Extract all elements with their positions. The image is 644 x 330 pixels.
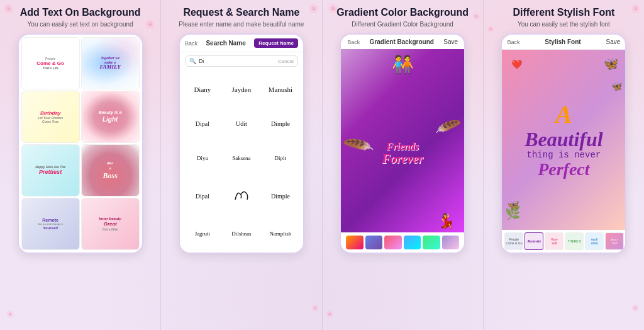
search-name-label: Search Name	[206, 40, 245, 47]
swirl-icon: 🌿	[505, 205, 521, 220]
font-thumb-2[interactable]: Remote	[525, 232, 543, 250]
name-item[interactable]: Namplish	[262, 218, 299, 250]
section-search-name: 🌸 🌸 Request & Search Name Please enter n…	[161, 0, 321, 330]
swatch-4[interactable]	[404, 236, 421, 249]
name-item[interactable]: Dimple	[262, 108, 299, 140]
name-item[interactable]: Dilshnas	[223, 218, 260, 250]
swatch-3[interactable]	[384, 236, 402, 249]
back-button[interactable]: Back	[185, 40, 197, 47]
section-stylish-font: 🌸 🌸 🌸 Different Stylish Font You can eas…	[484, 0, 644, 330]
name-item[interactable]: Dipal	[184, 175, 221, 216]
section2-title: Request & Search Name	[183, 6, 299, 18]
gradient-bg-label: Gradient Background	[370, 38, 434, 45]
beautiful-word: Beautiful	[525, 128, 602, 151]
section-gradient: 🌸 🌸 🌸 Gradient Color Background Differen…	[323, 0, 483, 330]
feather-left-icon: 🪶	[341, 129, 375, 162]
name-item[interactable]: Jayden	[223, 72, 260, 106]
grid-item-6[interactable]: like a Boss	[81, 144, 140, 196]
stylish-font-label: Stylish Font	[545, 38, 580, 45]
phone4-header: Back Stylish Font Save	[502, 35, 625, 50]
gradient-swatches	[341, 232, 464, 253]
search-bar: 🔍 Di Cancel	[185, 55, 298, 67]
letter-a: A	[555, 100, 572, 128]
name-item[interactable]: Manushi	[262, 72, 299, 106]
grid-item-8[interactable]: Inner beauty Great But a little	[81, 198, 140, 250]
thing-is-text: thing is never	[525, 151, 602, 160]
name-item[interactable]: Udit	[223, 108, 260, 140]
back-button-3[interactable]: Back	[347, 39, 360, 45]
save-button-4[interactable]: Save	[606, 38, 621, 45]
grid-item-1[interactable]: People Come & Go That's Life	[21, 37, 80, 89]
font-thumbnails: PeopleCome & Go Remote Your-self THERE'S…	[502, 230, 625, 253]
swatch-1[interactable]	[346, 236, 364, 249]
swatch-6[interactable]	[442, 236, 460, 249]
names-grid: Diany Jayden Manushi Dipal Udit Dimple D…	[180, 70, 303, 253]
name-item[interactable]	[223, 175, 260, 216]
font-thumb-6[interactable]: Beau-tiful	[605, 232, 624, 250]
section4-phone: Back Stylish Font Save 🦋 🦋 🦋 ❤️ 🌿 A Beau…	[501, 33, 626, 254]
name-item[interactable]: Saksena	[223, 142, 260, 174]
butterfly-blue-icon: 🦋	[603, 56, 619, 71]
grid-item-4[interactable]: Beauty is a Light	[81, 91, 140, 143]
font-thumb-4[interactable]: THERE'S	[565, 232, 584, 250]
section1-subtitle: You can easily set text on background	[28, 20, 133, 28]
section4-title: Different Stylish Font	[513, 6, 614, 18]
request-name-button[interactable]: Request Name	[254, 38, 298, 48]
swatch-2[interactable]	[365, 236, 383, 249]
grid-item-2[interactable]: Together wemake aFAMILY	[81, 37, 140, 89]
section2-subtitle: Please enter name and make beautiful nam…	[179, 20, 304, 28]
stylish-main-area: 🦋 🦋 🦋 ❤️ 🌿 A Beautiful thing is never Pe…	[502, 50, 625, 230]
couple-icon: 🧑‍🤝‍🧑	[392, 54, 414, 75]
section4-subtitle: You can easily set the stylish font	[518, 20, 610, 28]
font-thumb-1[interactable]: PeopleCome & Go	[504, 232, 523, 250]
phone3-header: Back Gradient Background Save	[341, 35, 464, 49]
section1-phone: People Come & Go That's Life Together we…	[18, 33, 143, 254]
back-button-4[interactable]: Back	[507, 39, 519, 45]
section3-phone: Back Gradient Background Save 🧑‍🤝‍🧑 🪶 🪶 …	[340, 33, 465, 254]
gradient-main-area: 🧑‍🤝‍🧑 🪶 🪶 💃 Friends Forever	[341, 49, 464, 232]
name-item[interactable]: Jagruti	[184, 218, 221, 250]
heart-wings-icon: ❤️	[511, 59, 522, 69]
grid-item-7[interactable]: Remote Get up and change it Yourself	[21, 198, 80, 250]
phone2-header: Back Search Name Request Name	[180, 35, 303, 52]
grid-item-5[interactable]: Happy Girls Are The Prettiest	[21, 144, 80, 196]
font-thumb-3[interactable]: Your-self	[545, 232, 564, 250]
section3-subtitle: Different Gradient Color Background	[352, 20, 453, 28]
friends-forever-display: Friends Forever	[382, 116, 423, 166]
save-button-3[interactable]: Save	[443, 38, 458, 45]
feather-right-icon: 🪶	[435, 113, 462, 140]
section3-title: Gradient Color Background	[336, 6, 469, 18]
font-thumb-5[interactable]: eachother	[585, 232, 604, 250]
grid-item-3[interactable]: Birthday Let Your Dreams Come True	[21, 91, 80, 143]
section-add-text: 🌸 🌸 🌸 Add Text On Background You can eas…	[0, 0, 160, 330]
swatch-5[interactable]	[423, 236, 440, 249]
butterfly-pink-icon: 🦋	[611, 81, 622, 91]
dance-couple-icon: 💃	[438, 213, 455, 229]
forever-text: Forever	[382, 152, 423, 166]
search-icon: 🔍	[189, 58, 196, 64]
name-item[interactable]: Dipit	[262, 142, 299, 174]
friends-text: Friends	[382, 141, 423, 152]
beautiful-text-block: A Beautiful thing is never Perfect	[525, 101, 602, 179]
search-input[interactable]: Di	[199, 58, 204, 64]
section2-phone: Back Search Name Request Name 🔍 Di Cance…	[179, 33, 304, 254]
section1-title: Add Text On Background	[20, 6, 141, 18]
name-item[interactable]: Diany	[184, 72, 221, 106]
perfect-text: Perfect	[525, 160, 602, 179]
cancel-button[interactable]: Cancel	[278, 59, 294, 64]
name-item[interactable]: Diyu	[184, 142, 221, 174]
name-item[interactable]: Dipal	[184, 108, 221, 140]
name-item[interactable]: Dimple	[262, 175, 299, 216]
